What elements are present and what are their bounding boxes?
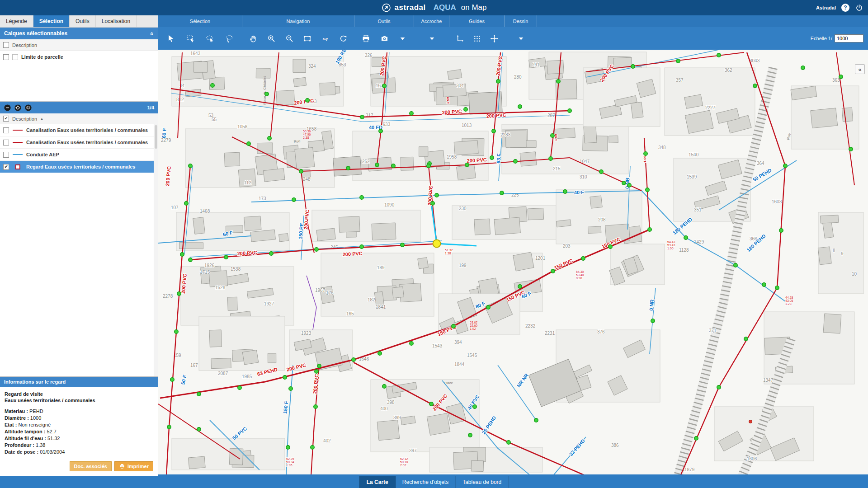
doc-associes-button[interactable]: Doc. associés bbox=[70, 461, 112, 471]
regard-dot[interactable] bbox=[299, 169, 303, 173]
regard-dot[interactable] bbox=[779, 229, 783, 232]
regard-dot[interactable] bbox=[435, 193, 439, 197]
calques-row-checkbox[interactable] bbox=[3, 54, 9, 60]
regard-dot[interactable] bbox=[247, 142, 250, 145]
regard-dot[interactable] bbox=[177, 292, 181, 296]
layers-stack-button[interactable] bbox=[24, 104, 32, 112]
regard-dot[interactable] bbox=[801, 66, 805, 70]
regard-dot[interactable] bbox=[392, 164, 395, 168]
regard-dot[interactable] bbox=[238, 386, 241, 389]
layers-select-all-checkbox[interactable]: ✔ bbox=[3, 116, 9, 122]
select-rectangle-button[interactable] bbox=[184, 31, 197, 46]
regard-dot[interactable] bbox=[631, 65, 635, 68]
zoom-extent-button[interactable] bbox=[301, 31, 314, 46]
footer-tab-tableau-de-bord[interactable]: Tableau de bord bbox=[456, 476, 509, 488]
regard-dot[interactable] bbox=[306, 99, 309, 102]
regard-dot[interactable] bbox=[646, 188, 649, 192]
regard-dot[interactable] bbox=[429, 402, 433, 406]
regard-dot[interactable] bbox=[314, 405, 317, 408]
regard-dot[interactable] bbox=[189, 164, 192, 168]
regard-dot[interactable] bbox=[292, 198, 296, 202]
regard-dot[interactable] bbox=[762, 283, 766, 286]
regard-dot[interactable] bbox=[189, 258, 192, 262]
regard-dot[interactable] bbox=[753, 84, 757, 88]
regard-dot[interactable] bbox=[507, 441, 510, 444]
axis-button[interactable] bbox=[453, 31, 467, 46]
regard-dot[interactable] bbox=[627, 183, 631, 187]
selected-regard[interactable] bbox=[433, 240, 441, 248]
regard-dot[interactable] bbox=[211, 84, 214, 87]
regard-dot[interactable] bbox=[268, 136, 271, 140]
regard-dot[interactable] bbox=[197, 427, 201, 431]
regard-dot[interactable] bbox=[534, 418, 538, 422]
regard-dot[interactable] bbox=[224, 255, 228, 259]
select-lasso-button[interactable] bbox=[223, 31, 236, 46]
map-collapse-button[interactable]: « bbox=[855, 64, 865, 74]
screenshot-button[interactable] bbox=[377, 31, 391, 46]
regard-dot[interactable] bbox=[360, 196, 363, 199]
regard-dot[interactable] bbox=[427, 164, 430, 168]
regard-dot[interactable] bbox=[311, 446, 314, 449]
scale-input[interactable] bbox=[835, 34, 863, 42]
logout-power-icon[interactable] bbox=[855, 4, 863, 12]
regard-dot[interactable] bbox=[496, 80, 500, 83]
regard-dot[interactable] bbox=[286, 446, 290, 449]
regard-dot[interactable] bbox=[360, 115, 364, 119]
regard-dot[interactable] bbox=[410, 112, 413, 115]
sidebar-scrollbar[interactable] bbox=[154, 124, 158, 376]
layer-row-checkbox[interactable] bbox=[3, 127, 9, 133]
red-dot[interactable] bbox=[749, 420, 752, 423]
select-ellipse-button[interactable] bbox=[203, 31, 217, 46]
regard-dot[interactable] bbox=[431, 202, 434, 205]
regard-dot[interactable] bbox=[378, 352, 382, 355]
sidebar-tab-selection[interactable]: Sélection bbox=[33, 15, 70, 27]
regard-dot[interactable] bbox=[468, 433, 472, 437]
sidebar-tab-outils[interactable]: Outils bbox=[70, 15, 96, 27]
regard-dot[interactable] bbox=[184, 202, 188, 205]
calques-select-all-checkbox[interactable] bbox=[3, 42, 9, 48]
regard-dot[interactable] bbox=[410, 342, 413, 345]
collapse-panel-icon[interactable]: « bbox=[149, 32, 156, 35]
regard-dot[interactable] bbox=[676, 59, 680, 63]
regard-dot[interactable] bbox=[717, 53, 721, 57]
regard-dot[interactable] bbox=[648, 228, 651, 231]
regard-dot[interactable] bbox=[839, 75, 843, 79]
select-pointer-button[interactable] bbox=[164, 31, 178, 46]
map-viewport[interactable]: Place du ChâteletRuePlaceRue164332632485… bbox=[158, 50, 868, 476]
layer-row-checkbox[interactable] bbox=[3, 152, 9, 158]
scrollbar-thumb[interactable] bbox=[155, 125, 157, 149]
regard-dot[interactable] bbox=[375, 163, 379, 167]
regard-dot[interactable] bbox=[651, 319, 655, 323]
coordinates-button[interactable]: x:y bbox=[319, 31, 332, 46]
regard-dot[interactable] bbox=[500, 191, 504, 195]
footer-tab-la-carte[interactable]: La Carte bbox=[359, 476, 396, 488]
regard-dot[interactable] bbox=[518, 285, 522, 288]
regard-dot[interactable] bbox=[684, 236, 688, 239]
sort-ascending-icon[interactable]: ▲ bbox=[40, 117, 43, 120]
regard-dot[interactable] bbox=[518, 105, 522, 108]
footer-tab-recherche-d-objets[interactable]: Recherche d'objets bbox=[396, 476, 456, 488]
tools-dropdown-button[interactable] bbox=[396, 31, 410, 46]
regard-dot[interactable] bbox=[622, 181, 626, 185]
regard-dot[interactable] bbox=[170, 378, 174, 381]
regard-dot[interactable] bbox=[465, 163, 469, 167]
zoom-in-button[interactable] bbox=[264, 31, 278, 46]
regard-dot[interactable] bbox=[557, 80, 560, 83]
regard-dot[interactable] bbox=[514, 160, 517, 163]
print-button[interactable] bbox=[359, 31, 373, 46]
regard-dot[interactable] bbox=[599, 170, 603, 174]
regard-dot[interactable] bbox=[549, 157, 552, 160]
imprimer-button[interactable]: Imprimer bbox=[114, 461, 153, 471]
regard-dot[interactable] bbox=[317, 364, 321, 368]
move-button[interactable] bbox=[487, 31, 501, 46]
regard-dot[interactable] bbox=[644, 152, 647, 155]
regard-dot[interactable] bbox=[744, 337, 748, 341]
regard-dot[interactable] bbox=[568, 109, 571, 113]
regard-dot[interactable] bbox=[175, 330, 178, 333]
regard-dot[interactable] bbox=[346, 166, 350, 170]
regard-dot[interactable] bbox=[197, 392, 201, 396]
collapse-layers-button[interactable] bbox=[4, 104, 11, 112]
regard-dot[interactable] bbox=[265, 92, 269, 96]
regard-dot[interactable] bbox=[180, 253, 184, 256]
regard-dot[interactable] bbox=[563, 190, 567, 193]
